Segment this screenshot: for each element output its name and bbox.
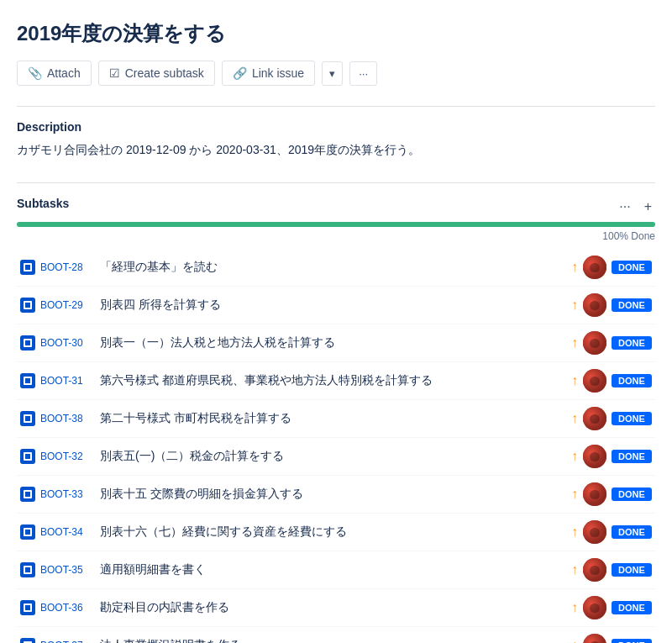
subtask-id[interactable]: BOOT-35 [40, 564, 95, 576]
avatar-image [583, 634, 606, 643]
avatar-image [583, 256, 606, 279]
avatar-image [583, 520, 606, 544]
description-section: Description カザモリ合同会社の 2019-12-09 から 2020… [17, 120, 655, 159]
subtask-title[interactable]: 法人事業概況説明書を作る [100, 638, 566, 643]
subtask-row[interactable]: BOOT-38 第二十号様式 市町村民税を計算する ↑ DONE [17, 400, 655, 438]
subtask-id[interactable]: BOOT-32 [40, 451, 95, 462]
subtask-title[interactable]: 「経理の基本」を読む [100, 260, 566, 275]
avatar [583, 596, 606, 619]
avatar-image [583, 369, 606, 393]
status-badge: DONE [612, 488, 652, 501]
subtask-row[interactable]: BOOT-36 勘定科目の内訳書を作る ↑ DONE [17, 589, 655, 627]
link-issue-label: Link issue [252, 66, 304, 80]
subtask-row[interactable]: BOOT-33 別表十五 交際費の明細を損金算入する ↑ DONE [17, 476, 655, 514]
status-badge: DONE [612, 525, 652, 539]
progress-bar-fill [17, 222, 655, 227]
subtask-title[interactable]: 別表十五 交際費の明細を損金算入する [100, 487, 566, 502]
subtask-row[interactable]: BOOT-37 法人事業概況説明書を作る ↑ DONE [17, 627, 655, 643]
avatar [583, 482, 606, 506]
subtask-id[interactable]: BOOT-29 [40, 299, 95, 311]
subtask-title[interactable]: 適用額明細書を書く [100, 562, 566, 577]
subtask-type-icon [20, 562, 35, 577]
priority-icon: ↑ [571, 562, 578, 577]
attach-button[interactable]: 📎 Attach [17, 61, 92, 86]
subtask-row[interactable]: BOOT-28 「経理の基本」を読む ↑ DONE [17, 249, 655, 287]
subtask-title[interactable]: 第二十号様式 市町村民税を計算する [100, 411, 566, 426]
subtask-row[interactable]: BOOT-29 別表四 所得を計算する ↑ DONE [17, 287, 655, 324]
priority-icon: ↑ [571, 600, 578, 615]
avatar-image [583, 482, 606, 506]
more-button[interactable]: ··· [349, 61, 377, 86]
subtask-title[interactable]: 別表四 所得を計算する [100, 298, 566, 313]
status-badge: DONE [612, 261, 652, 274]
subtask-id[interactable]: BOOT-37 [40, 640, 95, 643]
avatar-image [583, 558, 606, 582]
subtask-id[interactable]: BOOT-38 [40, 413, 95, 424]
subtask-id[interactable]: BOOT-34 [40, 526, 95, 538]
subtask-title[interactable]: 第六号様式 都道府県民税、事業税や地方法人特別税を計算する [100, 373, 566, 388]
avatar [583, 331, 606, 355]
subtask-title[interactable]: 別表五(一)（二）税金の計算をする [100, 449, 566, 464]
subtask-row[interactable]: BOOT-31 第六号様式 都道府県民税、事業税や地方法人特別税を計算する ↑ … [17, 362, 655, 400]
avatar-image [583, 445, 606, 468]
page-title: 2019年度の決算をする [17, 20, 655, 47]
subtasks-list: BOOT-28 「経理の基本」を読む ↑ DONE BOOT-29 別表四 所得… [17, 249, 655, 643]
priority-icon: ↑ [571, 638, 578, 643]
priority-icon: ↑ [571, 411, 578, 426]
status-badge: DONE [612, 601, 652, 614]
toolbar: 📎 Attach ☑ Create subtask 🔗 Link issue ▾… [17, 61, 655, 86]
subtask-row[interactable]: BOOT-30 別表一（一）法人税と地方法人税を計算する ↑ DONE [17, 324, 655, 362]
attach-icon: 📎 [28, 66, 42, 80]
create-subtask-label: Create subtask [125, 66, 204, 80]
avatar-image [583, 293, 606, 317]
priority-icon: ↑ [571, 335, 578, 350]
progress-bar-container [17, 222, 655, 227]
subtask-title[interactable]: 勘定科目の内訳書を作る [100, 600, 566, 615]
subtasks-heading: Subtasks [17, 197, 69, 210]
subtask-id[interactable]: BOOT-28 [40, 261, 95, 273]
subtask-type-icon [20, 373, 35, 388]
subtask-id[interactable]: BOOT-36 [40, 602, 95, 614]
dropdown-button[interactable]: ▾ [322, 61, 343, 86]
subtask-row[interactable]: BOOT-35 適用額明細書を書く ↑ DONE [17, 551, 655, 589]
avatar [583, 293, 606, 317]
subtask-type-icon [20, 411, 35, 426]
subtask-type-icon [20, 298, 35, 313]
priority-icon: ↑ [571, 373, 578, 388]
subtask-row[interactable]: BOOT-32 別表五(一)（二）税金の計算をする ↑ DONE [17, 438, 655, 476]
avatar-image [583, 596, 606, 619]
subtask-type-icon [20, 335, 35, 350]
priority-icon: ↑ [571, 260, 578, 275]
avatar [583, 256, 606, 279]
avatar-image [583, 331, 606, 355]
status-badge: DONE [612, 336, 652, 350]
subtask-id[interactable]: BOOT-33 [40, 488, 95, 500]
attach-label: Attach [47, 66, 81, 80]
status-badge: DONE [612, 412, 652, 425]
subtask-type-icon [20, 524, 35, 540]
subtask-title[interactable]: 別表一（一）法人税と地方法人税を計算する [100, 335, 566, 350]
link-issue-button[interactable]: 🔗 Link issue [222, 61, 315, 86]
avatar [583, 558, 606, 582]
progress-label: 100% Done [17, 230, 655, 242]
subtask-type-icon [20, 638, 35, 643]
subtask-title[interactable]: 別表十六（七）経費に関する資産を経費にする [100, 524, 566, 540]
subtask-type-icon [20, 600, 35, 615]
priority-icon: ↑ [571, 298, 578, 313]
status-badge: DONE [612, 639, 652, 643]
description-heading: Description [17, 120, 655, 134]
subtask-id[interactable]: BOOT-31 [40, 375, 95, 387]
status-badge: DONE [612, 450, 652, 463]
subtasks-add-button[interactable]: + [641, 198, 655, 216]
status-badge: DONE [612, 374, 652, 387]
subtask-id[interactable]: BOOT-30 [40, 337, 95, 349]
avatar [583, 520, 606, 544]
priority-icon: ↑ [571, 487, 578, 502]
priority-icon: ↑ [571, 449, 578, 464]
avatar [583, 445, 606, 468]
create-subtask-button[interactable]: ☑ Create subtask [98, 61, 215, 86]
subtasks-more-button[interactable]: ··· [616, 198, 633, 216]
subtask-row[interactable]: BOOT-34 別表十六（七）経費に関する資産を経費にする ↑ DONE [17, 514, 655, 551]
subtasks-header: Subtasks ··· + [17, 197, 655, 217]
subtask-type-icon [20, 449, 35, 464]
